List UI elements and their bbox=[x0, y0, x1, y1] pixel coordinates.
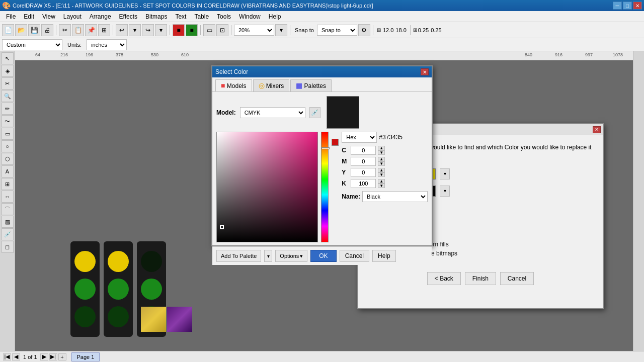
save-button[interactable]: 💾 bbox=[28, 24, 40, 36]
outline-tool[interactable]: ◻ bbox=[2, 241, 14, 253]
polygon-tool[interactable]: ⬡ bbox=[2, 153, 14, 165]
m-up[interactable]: ▲ bbox=[378, 157, 385, 161]
menu-bitmaps[interactable]: Bitmaps bbox=[141, 12, 171, 21]
add-to-palette-dropdown[interactable]: ▾ bbox=[264, 250, 272, 262]
redo-dropdown[interactable]: ▾ bbox=[155, 24, 167, 36]
save-as-button[interactable]: 🖨 bbox=[41, 24, 53, 36]
model-select[interactable]: CMYKRGBHSB bbox=[240, 107, 305, 118]
paste-special-button[interactable]: ⊞ bbox=[98, 24, 110, 36]
menu-edit[interactable]: Edit bbox=[20, 12, 38, 21]
select-color-close[interactable]: ✕ bbox=[421, 68, 429, 75]
ok-button[interactable]: OK bbox=[310, 250, 336, 262]
snap-settings-button[interactable]: ⚙ bbox=[358, 24, 370, 36]
k-spinner[interactable]: ▲ ▼ bbox=[378, 179, 385, 188]
finish-button[interactable]: Finish bbox=[465, 272, 496, 285]
zoom-select[interactable]: 20%50%100% bbox=[234, 25, 274, 36]
freehand-tool[interactable]: ✏ bbox=[2, 103, 14, 115]
y-down[interactable]: ▼ bbox=[378, 172, 385, 177]
units-select[interactable]: inches bbox=[87, 39, 127, 50]
snap-to-select[interactable]: Snap to bbox=[317, 25, 357, 36]
k-up[interactable]: ▲ bbox=[378, 179, 385, 184]
table-tool[interactable]: ⊞ bbox=[2, 178, 14, 190]
fill-tool[interactable]: ▧ bbox=[2, 216, 14, 228]
smart-draw-tool[interactable]: 〜 bbox=[2, 115, 14, 127]
first-page-button[interactable]: |◀ bbox=[3, 353, 11, 360]
rect-button[interactable]: ▭ bbox=[203, 24, 215, 36]
connector-tool[interactable]: ⌒ bbox=[2, 203, 14, 215]
color1-button[interactable]: ■ bbox=[173, 24, 185, 36]
c-input[interactable] bbox=[351, 146, 376, 155]
undo-dropdown[interactable]: ▾ bbox=[129, 24, 141, 36]
menu-view[interactable]: View bbox=[38, 12, 59, 21]
color-gradient[interactable] bbox=[216, 132, 318, 242]
menu-table[interactable]: Table bbox=[190, 12, 213, 21]
m-down[interactable]: ▼ bbox=[378, 161, 385, 166]
tab-mixers[interactable]: ◎ Mixers bbox=[253, 79, 290, 92]
ellipse-tool[interactable]: ○ bbox=[2, 140, 14, 152]
tab-palettes[interactable]: ▦ Palettes bbox=[290, 79, 332, 92]
c-up[interactable]: ▲ bbox=[378, 146, 385, 150]
y-input[interactable] bbox=[351, 168, 376, 177]
shape-tool[interactable]: ◈ bbox=[2, 65, 14, 77]
hue-slider[interactable] bbox=[321, 132, 329, 242]
zoom-dropdown[interactable]: ▾ bbox=[275, 24, 287, 36]
dimension-tool[interactable]: ↔ bbox=[2, 191, 14, 203]
menu-file[interactable]: File bbox=[2, 12, 20, 21]
crop-tool[interactable]: ✂ bbox=[2, 77, 14, 89]
color2-button[interactable]: ■ bbox=[186, 24, 198, 36]
c-spinner[interactable]: ▲ ▼ bbox=[378, 146, 385, 155]
restore-button[interactable]: □ bbox=[623, 2, 632, 10]
select-tool[interactable]: ↖ bbox=[2, 52, 14, 64]
zoom-tool[interactable]: 🔍 bbox=[2, 90, 14, 102]
menu-arrange[interactable]: Arrange bbox=[86, 12, 115, 21]
new-button[interactable]: 📄 bbox=[2, 24, 14, 36]
next-page-button[interactable]: ▶ bbox=[40, 353, 48, 360]
back-button[interactable]: < Back bbox=[427, 272, 461, 285]
prev-page-button[interactable]: ◀ bbox=[12, 353, 20, 360]
k-down[interactable]: ▼ bbox=[378, 184, 385, 188]
page-tab[interactable]: Page 1 bbox=[71, 352, 100, 361]
cut-button[interactable]: ✂ bbox=[59, 24, 71, 36]
paste-button[interactable]: 📌 bbox=[85, 24, 97, 36]
y-spinner[interactable]: ▲ ▼ bbox=[378, 168, 385, 177]
open-button[interactable]: 📂 bbox=[15, 24, 27, 36]
add-to-palette-button[interactable]: Add To Palette bbox=[216, 250, 261, 262]
options-button[interactable]: Options ▾ bbox=[275, 250, 307, 262]
help-button[interactable]: Help bbox=[372, 250, 396, 262]
minimize-button[interactable]: ─ bbox=[613, 2, 622, 10]
eyedropper-tool[interactable]: 💉 bbox=[2, 228, 14, 240]
cancel-button[interactable]: Cancel bbox=[340, 250, 369, 262]
m-spinner[interactable]: ▲ ▼ bbox=[378, 157, 385, 166]
fr-cancel-button[interactable]: Cancel bbox=[500, 272, 534, 285]
y-label: Y bbox=[342, 169, 349, 176]
fr-replace-dropdown[interactable]: ▾ bbox=[440, 186, 450, 197]
copy-button[interactable]: 📋 bbox=[72, 24, 84, 36]
style-select[interactable]: Custom bbox=[2, 39, 62, 50]
rect2-button[interactable]: ⊡ bbox=[216, 24, 228, 36]
menu-text[interactable]: Text bbox=[171, 12, 190, 21]
rect-tool[interactable]: ▭ bbox=[2, 128, 14, 140]
fr-find-dropdown[interactable]: ▾ bbox=[440, 168, 450, 179]
c-down[interactable]: ▼ bbox=[378, 150, 385, 155]
menu-tools[interactable]: Tools bbox=[213, 12, 235, 21]
last-page-button[interactable]: ▶| bbox=[49, 353, 57, 360]
text-tool[interactable]: A bbox=[2, 165, 14, 177]
y-up[interactable]: ▲ bbox=[378, 168, 385, 172]
redo-button[interactable]: ↪ bbox=[142, 24, 154, 36]
window-controls[interactable]: ─ □ ✕ bbox=[613, 2, 642, 10]
menu-window[interactable]: Window bbox=[235, 12, 265, 21]
menu-effects[interactable]: Effects bbox=[115, 12, 141, 21]
m-input[interactable] bbox=[351, 157, 376, 166]
hex-dropdown[interactable]: HexDec bbox=[342, 132, 377, 143]
close-button[interactable]: ✕ bbox=[633, 2, 642, 10]
name-dropdown[interactable]: Black White Red bbox=[362, 191, 428, 202]
add-page-button[interactable]: + bbox=[58, 353, 66, 360]
eyedropper-button[interactable]: 💉 bbox=[309, 107, 320, 118]
tab-models[interactable]: ■ Models bbox=[215, 79, 252, 92]
k-input[interactable] bbox=[351, 179, 376, 188]
select-color-titlebar: Select Color ✕ bbox=[212, 66, 432, 77]
menu-layout[interactable]: Layout bbox=[59, 12, 86, 21]
undo-button[interactable]: ↩ bbox=[116, 24, 128, 36]
menu-help[interactable]: Help bbox=[265, 12, 285, 21]
fr-close-button[interactable]: ✕ bbox=[593, 126, 601, 133]
